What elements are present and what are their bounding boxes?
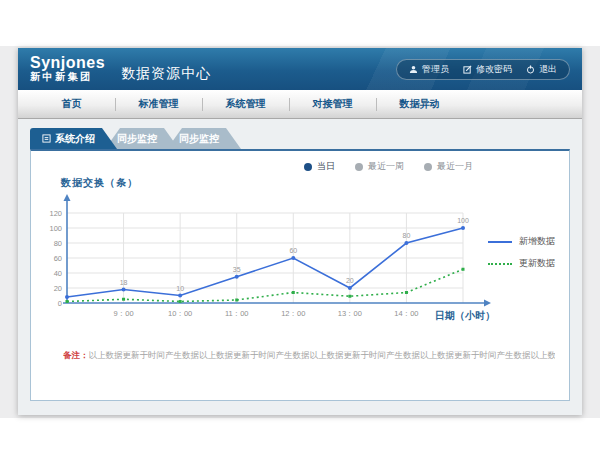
- footnote-label: 备注：: [63, 350, 89, 360]
- data-point: [178, 294, 182, 298]
- radio-label: 最近一月: [437, 160, 473, 173]
- data-point: [461, 226, 465, 230]
- data-point-label: 80: [403, 232, 411, 239]
- data-point: [405, 291, 408, 294]
- data-point-label: 18: [120, 279, 128, 286]
- y-tick-label: 40: [54, 269, 62, 278]
- y-axis-arrow: [64, 194, 71, 201]
- data-point: [291, 256, 295, 260]
- data-point: [235, 275, 239, 279]
- data-point-label: 20: [346, 277, 354, 284]
- radio-dot: [355, 163, 363, 171]
- tab-bar: 系统介绍 同步监控 同步监控: [30, 128, 570, 149]
- y-tick-label: 20: [54, 284, 62, 293]
- data-point: [348, 286, 352, 290]
- current-user-label: 管理员: [422, 63, 449, 76]
- tab-label: 同步监控: [179, 132, 219, 146]
- legend-item-new-data: 新增数据: [488, 235, 555, 248]
- company-logo: Synjones 新中新集团: [30, 55, 105, 82]
- data-point: [462, 268, 465, 271]
- document-icon: [42, 134, 51, 143]
- legend-label: 新增数据: [519, 235, 555, 248]
- logo-text-en: Synjones: [30, 55, 105, 72]
- y-tick-label: 100: [49, 224, 62, 233]
- data-point: [348, 295, 351, 298]
- x-tick-label: 9：00: [114, 309, 134, 318]
- content-area: 系统介绍 同步监控 同步监控 当日 最近一周: [18, 119, 582, 415]
- data-point: [66, 300, 69, 303]
- user-toolbar: 管理员 修改密码 退出: [396, 59, 570, 80]
- tab-system-intro[interactable]: 系统介绍: [30, 128, 117, 149]
- nav-item-system-mgmt[interactable]: 系统管理: [202, 90, 289, 118]
- data-point-label: 35: [233, 266, 241, 273]
- chart-panel: 当日 最近一周 最近一月 数据交换（条） 0204060801001209：00…: [30, 149, 570, 401]
- tab-label: 系统介绍: [55, 132, 95, 146]
- radio-label: 最近一周: [368, 160, 404, 173]
- edit-icon: [463, 65, 472, 74]
- tab-label: 同步监控: [117, 132, 157, 146]
- y-tick-label: 60: [54, 254, 62, 263]
- logout-button[interactable]: 退出: [526, 63, 557, 76]
- data-point-label: 100: [457, 217, 469, 224]
- legend-line-solid: [488, 241, 512, 243]
- tab-sync-monitor-2[interactable]: 同步监控: [167, 128, 241, 149]
- nav-item-data-changes[interactable]: 数据异动: [376, 90, 463, 118]
- legend-line-dotted: [488, 263, 512, 265]
- app-window: Synjones 新中新集团 数据资源中心 管理员 修改密码 退出: [18, 48, 582, 415]
- data-point: [235, 299, 238, 302]
- x-tick-label: 11：00: [225, 309, 249, 318]
- app-header: Synjones 新中新集团 数据资源中心 管理员 修改密码 退出: [18, 48, 582, 90]
- y-tick-label: 80: [54, 239, 62, 248]
- data-point: [404, 241, 408, 245]
- y-axis-title: 数据交换（条）: [61, 176, 138, 190]
- time-range-filters: 当日 最近一周 最近一月: [304, 160, 473, 173]
- data-point: [292, 291, 295, 294]
- x-tick-label: 12：00: [281, 309, 305, 318]
- x-axis-arrow: [484, 300, 491, 307]
- x-tick-label: 10：00: [168, 309, 192, 318]
- footnote: 备注：以上数据更新于时间产生数据以上数据更新于时间产生数据以上数据更新于时间产生…: [63, 350, 555, 362]
- y-tick-label: 120: [49, 209, 62, 218]
- footnote-text: 以上数据更新于时间产生数据以上数据更新于时间产生数据以上数据更新于时间产生数据以…: [89, 350, 556, 360]
- x-axis-title: 日期（小时）: [435, 309, 495, 323]
- x-tick-label: 13：00: [338, 309, 362, 318]
- change-password-button[interactable]: 修改密码: [463, 63, 512, 76]
- tab-sync-monitor-1[interactable]: 同步监控: [105, 128, 179, 149]
- nav-item-integration-mgmt[interactable]: 对接管理: [289, 90, 376, 118]
- current-user[interactable]: 管理员: [409, 63, 449, 76]
- radio-dot: [424, 163, 432, 171]
- main-nav: 首页 标准管理 系统管理 对接管理 数据异动: [18, 90, 582, 119]
- nav-item-home[interactable]: 首页: [28, 90, 115, 118]
- radio-label: 当日: [317, 160, 335, 173]
- data-point-label: 60: [289, 247, 297, 254]
- nav-item-standard-mgmt[interactable]: 标准管理: [115, 90, 202, 118]
- data-point: [179, 300, 182, 303]
- data-point: [122, 288, 126, 292]
- page-title: 数据资源中心: [121, 65, 211, 83]
- radio-dot-selected: [304, 163, 312, 171]
- screenshot-canvas: Synjones 新中新集团 数据资源中心 管理员 修改密码 退出: [0, 0, 600, 450]
- legend-label: 更新数据: [519, 257, 555, 270]
- radio-last-month[interactable]: 最近一月: [424, 160, 473, 173]
- legend-item-updated-data: 更新数据: [488, 257, 555, 270]
- radio-today[interactable]: 当日: [304, 160, 335, 173]
- logo-text-cn: 新中新集团: [30, 72, 105, 83]
- change-password-label: 修改密码: [476, 63, 512, 76]
- power-icon: [526, 65, 535, 74]
- data-point: [122, 298, 125, 301]
- chart-legend: 新增数据 更新数据: [488, 235, 555, 270]
- data-point-label: 10: [176, 285, 184, 292]
- x-tick-label: 14：00: [394, 309, 418, 318]
- data-point: [65, 295, 69, 299]
- radio-last-week[interactable]: 最近一周: [355, 160, 404, 173]
- y-tick-label: 0: [58, 299, 62, 308]
- logout-label: 退出: [539, 63, 557, 76]
- user-icon: [409, 65, 418, 74]
